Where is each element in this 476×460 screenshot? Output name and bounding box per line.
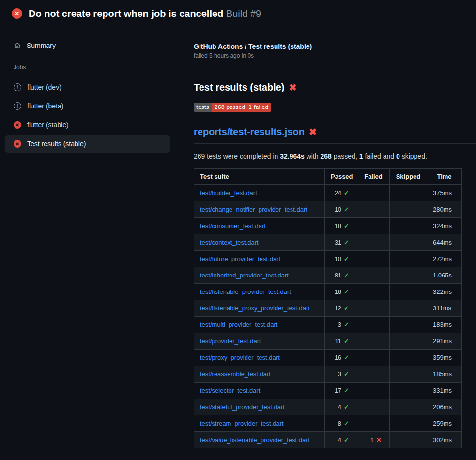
skipped-cell — [390, 234, 427, 251]
skipped-cell — [390, 251, 427, 267]
check-icon: ✓ — [344, 222, 349, 230]
summary-label: Summary — [27, 42, 56, 49]
suite-cell: test/context_test.dart — [194, 234, 325, 251]
check-icon: ✓ — [344, 354, 349, 361]
divider — [194, 70, 476, 70]
suite-cell: test/listenable_provider_test.dart — [194, 284, 325, 300]
jobs-list: !flutter (dev)!flutter (beta)✕flutter (s… — [5, 78, 184, 153]
test-suite-link[interactable]: test/listenable_provider_test.dart — [200, 288, 291, 295]
passed-cell: 31✓ — [325, 234, 357, 251]
passed-cell: 11✓ — [325, 333, 357, 350]
test-suite-link[interactable]: test/multi_provider_test.dart — [200, 321, 277, 328]
check-icon: ✓ — [344, 288, 349, 295]
time-cell: 375ms — [427, 185, 462, 201]
table-row: test/stateful_provider_test.dart4✓206ms — [194, 399, 462, 415]
cancelled-circle-icon: ! — [14, 102, 21, 110]
table-row: test/value_listenable_provider_test.dart… — [194, 432, 462, 448]
failed-cell — [357, 383, 390, 399]
summary-text: failed and — [363, 153, 397, 160]
table-row: test/provider_test.dart11✓291ms — [194, 333, 462, 350]
test-suite-link[interactable]: test/change_notifier_provider_test.dart — [200, 206, 307, 213]
suite-cell: test/future_provider_test.dart — [194, 251, 325, 267]
section-title: Test results (stable)✖ — [194, 82, 476, 93]
failed-cell — [357, 218, 390, 234]
suite-cell: test/change_notifier_provider_test.dart — [194, 201, 325, 218]
passed-cell: 3✓ — [325, 366, 357, 383]
x-circle-icon: ✕ — [14, 121, 21, 129]
passed-count: 18 — [335, 222, 341, 230]
table-row: test/inherited_provider_test.dart81✓1.06… — [194, 267, 462, 284]
summary-value: 32.964s — [280, 153, 305, 160]
test-suite-link[interactable]: test/value_listenable_provider_test.dart — [200, 436, 309, 444]
skipped-cell — [390, 185, 427, 201]
test-suite-link[interactable]: test/selector_test.dart — [200, 387, 260, 394]
skipped-cell — [390, 267, 427, 284]
passed-cell: 12✓ — [325, 300, 357, 317]
test-suite-link[interactable]: test/builder_test.dart — [200, 189, 257, 197]
test-suite-link[interactable]: test/inherited_provider_test.dart — [200, 272, 289, 279]
header-test-suite: Test suite — [194, 169, 325, 185]
suite-cell: test/value_listenable_provider_test.dart — [194, 432, 325, 448]
passed-cell: 10✓ — [325, 251, 357, 267]
suite-cell: test/consumer_test.dart — [194, 218, 325, 234]
passed-count: 10 — [335, 255, 341, 262]
check-icon: ✓ — [344, 206, 349, 213]
sidebar-item-flutter-dev[interactable]: !flutter (dev) — [5, 78, 170, 96]
time-cell: 183ms — [427, 317, 462, 333]
skipped-cell — [390, 300, 427, 317]
check-icon: ✓ — [344, 321, 349, 328]
test-suite-link[interactable]: test/proxy_provider_test.dart — [200, 354, 280, 361]
section-title-text: Test results (stable) — [194, 82, 284, 93]
report-link[interactable]: reports/test-results.json — [194, 126, 305, 138]
table-row: test/context_test.dart31✓644ms — [194, 234, 462, 251]
results-table-body: test/builder_test.dart24✓375mstest/chang… — [194, 185, 462, 448]
time-cell: 280ms — [427, 201, 462, 218]
table-row: test/selector_test.dart17✓331ms — [194, 383, 462, 399]
passed-count: 8 — [338, 420, 341, 427]
page-header: ✕ Do not create report when job is cance… — [0, 0, 476, 27]
passed-count: 16 — [335, 354, 341, 361]
summary-text: passed, — [332, 153, 359, 160]
passed-count: 17 — [335, 387, 341, 394]
check-icon: ✓ — [344, 420, 349, 427]
failed-cell — [357, 366, 390, 383]
test-suite-link[interactable]: test/provider_test.dart — [200, 337, 261, 345]
passed-count: 81 — [335, 272, 341, 279]
check-icon: ✓ — [344, 337, 349, 345]
sidebar-item-flutter-beta[interactable]: !flutter (beta) — [5, 97, 170, 115]
suite-cell: test/multi_provider_test.dart — [194, 317, 325, 333]
failed-cell — [357, 201, 390, 218]
table-row: test/future_provider_test.dart10✓272ms — [194, 251, 462, 267]
passed-cell: 8✓ — [325, 415, 357, 432]
sidebar-item-summary[interactable]: Summary — [5, 38, 170, 53]
test-suite-link[interactable]: test/listenable_proxy_provider_test.dart — [200, 305, 310, 312]
test-suite-link[interactable]: test/future_provider_test.dart — [200, 255, 280, 262]
skipped-cell — [390, 350, 427, 366]
summary-value: 268 — [321, 153, 332, 160]
x-circle-icon: ✕ — [12, 8, 22, 19]
header-passed: Passed — [325, 169, 357, 185]
time-cell: 359ms — [427, 350, 462, 366]
failed-cell — [357, 185, 390, 201]
sidebar-item-flutter-stable[interactable]: ✕flutter (stable) — [5, 116, 170, 134]
table-row: test/listenable_provider_test.dart16✓322… — [194, 284, 462, 300]
skipped-cell — [390, 432, 427, 448]
failed-cell — [357, 350, 390, 366]
sidebar-item-test-results-stable[interactable]: ✕Test results (stable) — [5, 135, 170, 153]
test-suite-link[interactable]: test/stream_provider_test.dart — [200, 420, 284, 427]
time-cell: 644ms — [427, 234, 462, 251]
skipped-cell — [390, 415, 427, 432]
passed-cell: 24✓ — [325, 185, 357, 201]
test-suite-link[interactable]: test/context_test.dart — [200, 239, 259, 246]
summary-line: 269 tests were completed in 32.964s with… — [194, 153, 476, 160]
test-suite-link[interactable]: test/reassemble_test.dart — [200, 370, 271, 378]
results-table: Test suite Passed Failed Skipped Time te… — [194, 168, 462, 448]
failed-cell — [357, 234, 390, 251]
job-label: flutter (beta) — [27, 102, 63, 110]
table-row: test/multi_provider_test.dart3✓183ms — [194, 317, 462, 333]
time-cell: 272ms — [427, 251, 462, 267]
skipped-cell — [390, 333, 427, 350]
x-circle-icon: ✕ — [14, 140, 21, 148]
test-suite-link[interactable]: test/stateful_provider_test.dart — [200, 403, 285, 411]
test-suite-link[interactable]: test/consumer_test.dart — [200, 222, 266, 230]
